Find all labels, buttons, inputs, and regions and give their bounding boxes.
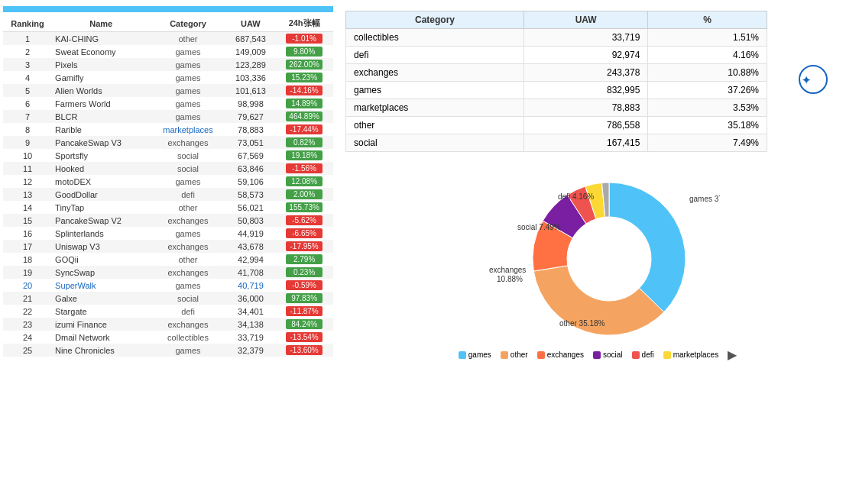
name-cell: KAI-CHING <box>52 32 150 46</box>
category-cell: social <box>346 134 524 152</box>
category-cell: games <box>150 110 225 123</box>
name-cell: Nine Chronicles <box>52 344 150 357</box>
category-cell: other <box>150 32 225 46</box>
chart-label: 10.88% <box>497 275 523 283</box>
uaw-cell: 43,678 <box>226 240 276 253</box>
table-title <box>3 6 333 12</box>
legend-label: defi <box>642 351 654 359</box>
rank-cell: 11 <box>3 162 52 175</box>
pct-cell: 35.18% <box>648 117 767 134</box>
table-row: 13GoodDollardefi58,5732.00% <box>3 188 333 201</box>
change-badge: -17.95% <box>286 241 323 251</box>
uaw-cell: 34,138 <box>226 318 276 331</box>
top25-body: collectibles33,7191.51%defi92,9744.16%ex… <box>346 29 767 152</box>
name-cell: PancakeSwap V3 <box>52 136 150 149</box>
uaw-cell: 33,719 <box>226 331 276 344</box>
ranking-header-category: Category <box>150 15 225 32</box>
pct-cell: 37.26% <box>648 82 767 99</box>
pct-cell: 1.51% <box>648 29 767 47</box>
change-badge: 262.00% <box>286 60 323 69</box>
change-badge: 97.83% <box>286 293 323 303</box>
name-cell: Farmers World <box>52 97 150 110</box>
rank-cell: 5 <box>3 84 52 97</box>
chart-label: other 35.18% <box>559 319 605 328</box>
rank-cell: 25 <box>3 344 52 357</box>
name-cell: Rarible <box>52 123 150 136</box>
category-cell: marketplaces <box>346 99 524 117</box>
change-badge: 2.00% <box>286 189 323 199</box>
change-badge: 84.24% <box>286 319 323 329</box>
uaw-cell: 73,051 <box>226 136 276 149</box>
name-cell: Dmail Network <box>52 331 150 344</box>
uaw-cell: 32,379 <box>226 344 276 357</box>
uaw-cell: 78,883 <box>226 123 276 136</box>
rank-cell: 21 <box>3 292 52 305</box>
category-cell: exchanges <box>346 64 524 82</box>
rank-cell: 17 <box>3 240 52 253</box>
legend-item-marketplaces: marketplaces <box>663 351 718 359</box>
legend-next-arrow[interactable]: ▶ <box>728 347 737 362</box>
change-badge: -0.59% <box>286 280 323 290</box>
uaw-cell: 103,336 <box>226 71 276 84</box>
category-cell: exchanges <box>150 318 225 331</box>
rank-cell: 14 <box>3 201 52 214</box>
uaw-cell: 44,919 <box>226 227 276 240</box>
table-row: 5Alien Worldsgames101,613-14.16% <box>3 84 333 97</box>
rank-cell: 6 <box>3 97 52 110</box>
chart-label: games 37.26% <box>689 195 720 203</box>
change-badge: 464.89% <box>286 111 323 121</box>
uaw-cell: 33,719 <box>524 29 647 47</box>
table-row: 8Rariblemarketplaces78,883-17.44% <box>3 123 333 136</box>
name-cell: BLCR <box>52 110 150 123</box>
category-cell: other <box>150 253 225 266</box>
category-cell: social <box>150 149 225 162</box>
ranking-header-uaw: UAW <box>226 15 276 32</box>
change-badge: 19.18% <box>286 150 323 160</box>
change-cell: -17.44% <box>275 123 333 136</box>
change-badge: 14.89% <box>286 99 323 108</box>
top25-row: social167,4157.49% <box>346 134 767 152</box>
change-cell: -13.60% <box>275 344 333 357</box>
rank-cell: 24 <box>3 331 52 344</box>
uaw-cell: 58,573 <box>226 188 276 201</box>
pct-cell: 10.88% <box>648 64 767 82</box>
name-cell: GOQii <box>52 253 150 266</box>
change-badge: 155.73% <box>286 202 323 212</box>
name-cell: motoDEX <box>52 175 150 188</box>
change-badge: 0.82% <box>286 137 323 147</box>
category-cell: social <box>150 162 225 175</box>
chart-label: exchanges <box>489 266 526 274</box>
category-cell: games <box>150 71 225 84</box>
uaw-cell: 123,289 <box>226 58 276 71</box>
change-cell: -13.54% <box>275 331 333 344</box>
change-cell: 12.08% <box>275 175 333 188</box>
left-panel: RankingNameCategoryUAW24h张幅 1KAI-CHINGot… <box>0 0 336 504</box>
table-row: 21Galxesocial36,00097.83% <box>3 292 333 305</box>
legend-label: social <box>603 351 623 359</box>
table-row: 22Stargatedefi34,401-11.87% <box>3 305 333 318</box>
top25-table: CategoryUAW% collectibles33,7191.51%defi… <box>345 11 767 152</box>
table-row: 9PancakeSwap V3exchanges73,0510.82% <box>3 136 333 149</box>
rank-cell: 16 <box>3 227 52 240</box>
category-cell: games <box>150 175 225 188</box>
table-row: 3Pixelsgames123,289262.00% <box>3 58 333 71</box>
change-cell: 464.89% <box>275 110 333 123</box>
category-cell: exchanges <box>150 136 225 149</box>
uaw-cell: 101,613 <box>226 84 276 97</box>
change-badge: -13.60% <box>286 345 323 355</box>
rank-cell: 18 <box>3 253 52 266</box>
change-cell: -17.95% <box>275 240 333 253</box>
top25-header-UAW: UAW <box>524 11 647 29</box>
chart-container: games 37.26%other 35.18%exchanges10.88%s… <box>475 160 720 343</box>
top25-row: defi92,9744.16% <box>346 47 767 64</box>
table-row: 1KAI-CHINGother687,543-1.01% <box>3 32 333 46</box>
name-cell: Sportsfly <box>52 149 150 162</box>
ranking-table: RankingNameCategoryUAW24h张幅 1KAI-CHINGot… <box>3 15 333 357</box>
category-cell: other <box>346 117 524 134</box>
table-row: 18GOQiiother42,9942.79% <box>3 253 333 266</box>
legend-item-defi: defi <box>632 351 654 359</box>
rank-cell: 2 <box>3 45 52 58</box>
change-badge: -5.62% <box>286 215 323 225</box>
name-cell: Stargate <box>52 305 150 318</box>
category-cell: exchanges <box>150 240 225 253</box>
